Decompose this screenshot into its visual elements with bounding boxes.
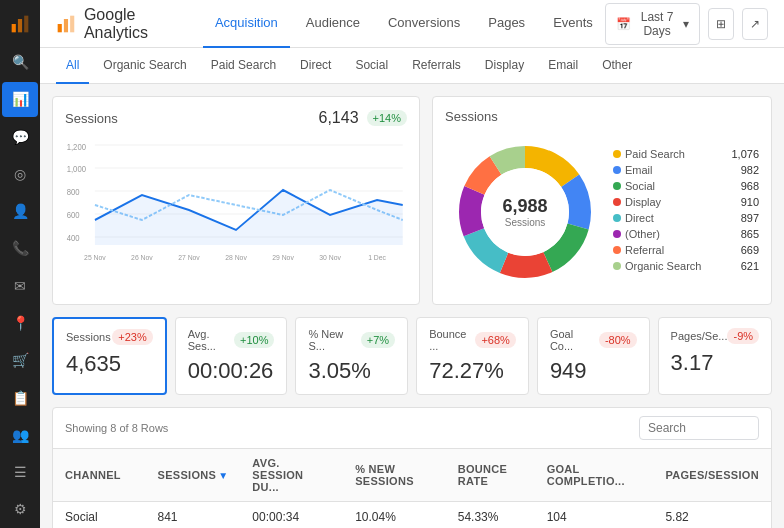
legend-item-other: (Other) 865 <box>613 228 759 240</box>
svg-rect-4 <box>64 19 68 32</box>
table-header-row: Showing 8 of 8 Rows <box>53 408 771 449</box>
metrics-row: Sessions +23% 4,635 Avg. Ses... +10% 00:… <box>52 317 772 395</box>
sort-icon: ▼ <box>218 470 228 481</box>
sub-nav-organic[interactable]: Organic Search <box>93 48 196 84</box>
nav-audience[interactable]: Audience <box>294 0 372 48</box>
svg-rect-5 <box>70 15 74 32</box>
metric-new-label: % New S... <box>308 328 360 352</box>
metric-bounce-value: 72.27% <box>429 358 516 384</box>
table-row: Social 841 00:00:34 10.04% 54.33% 104 5.… <box>53 502 771 529</box>
chevron-down-icon: ▾ <box>683 17 689 31</box>
donut-wrapper: 6,988 Sessions <box>445 132 605 292</box>
sidebar-item-geo[interactable]: 📍 <box>2 305 38 340</box>
legend-item-organic: Organic Search 621 <box>613 260 759 272</box>
col-avg-duration: AVG. SESSION DU... <box>240 449 343 502</box>
col-sessions[interactable]: SESSIONS▼ <box>146 449 241 502</box>
sub-nav-direct[interactable]: Direct <box>290 48 341 84</box>
cell-sessions-0: 841 <box>146 502 241 529</box>
sidebar-item-dashboard[interactable]: 📊 <box>2 82 38 117</box>
sidebar-item-ecommerce[interactable]: 🛒 <box>2 343 38 378</box>
sidebar-item-menu[interactable]: ☰ <box>2 454 38 489</box>
line-chart-card: Sessions 6,143 +14% 1,200 1,000 800 600 … <box>52 96 420 305</box>
legend-item-email: Email 982 <box>613 164 759 176</box>
sub-nav-paid[interactable]: Paid Search <box>201 48 286 84</box>
col-pages: PAGES/SESSION <box>653 449 771 502</box>
line-chart-values: 6,143 +14% <box>319 109 408 127</box>
donut-chart-title: Sessions <box>445 109 498 124</box>
metric-avg-value: 00:00:26 <box>188 358 275 384</box>
svg-text:1,200: 1,200 <box>67 141 87 152</box>
sidebar-item-reports[interactable]: 📋 <box>2 380 38 415</box>
svg-rect-0 <box>12 24 16 32</box>
line-chart-header: Sessions 6,143 +14% <box>65 109 407 127</box>
legend-item-paid: Paid Search 1,076 <box>613 148 759 160</box>
line-chart-change: +14% <box>367 110 407 126</box>
col-channel: CHANNEL <box>53 449 146 502</box>
col-bounce: BOUNCE RATE <box>446 449 535 502</box>
donut-chart-card: Sessions <box>432 96 772 305</box>
sidebar-item-settings[interactable]: ⚙ <box>2 492 38 527</box>
sub-nav-email[interactable]: Email <box>538 48 588 84</box>
line-chart-svg: 1,200 1,000 800 600 400 <box>65 135 407 275</box>
cell-duration-0: 00:00:34 <box>240 502 343 529</box>
svg-text:30 Nov: 30 Nov <box>319 252 341 262</box>
sub-nav-referrals[interactable]: Referrals <box>402 48 471 84</box>
date-range-label: Last 7 Days <box>635 10 679 38</box>
sidebar-item-email[interactable]: ✉ <box>2 268 38 303</box>
legend-item-referral: Referral 669 <box>613 244 759 256</box>
sub-nav-other[interactable]: Other <box>592 48 642 84</box>
chart-type-button[interactable]: ⊞ <box>708 8 734 40</box>
donut-content: 6,988 Sessions Paid Search 1,076 Email 9… <box>445 132 759 292</box>
table-header: CHANNEL SESSIONS▼ AVG. SESSION DU... % N… <box>53 449 771 502</box>
sub-nav-all[interactable]: All <box>56 48 89 84</box>
metric-goal: Goal Co... -80% 949 <box>537 317 650 395</box>
metric-avg-session: Avg. Ses... +10% 00:00:26 <box>175 317 288 395</box>
share-button[interactable]: ↗ <box>742 8 768 40</box>
sub-nav-display[interactable]: Display <box>475 48 534 84</box>
sidebar-item-search[interactable]: 🔍 <box>2 44 38 79</box>
nav-events[interactable]: Events <box>541 0 605 48</box>
line-chart-title: Sessions <box>65 111 118 126</box>
nav-acquisition[interactable]: Acquisition <box>203 0 290 48</box>
svg-text:1,000: 1,000 <box>67 163 87 174</box>
donut-center-label: Sessions <box>502 217 547 228</box>
nav-conversions[interactable]: Conversions <box>376 0 472 48</box>
metric-bounce-label: Bounce ... <box>429 328 475 352</box>
metric-new-sessions: % New S... +7% 3.05% <box>295 317 408 395</box>
metric-pages: Pages/Se... -9% 3.17 <box>658 317 772 395</box>
calendar-icon: 📅 <box>616 17 631 31</box>
nav-pages[interactable]: Pages <box>476 0 537 48</box>
cell-bounce-0: 54.33% <box>446 502 535 529</box>
legend-item-social: Social 968 <box>613 180 759 192</box>
donut-center-value: 6,988 <box>502 196 547 217</box>
sub-nav-social[interactable]: Social <box>345 48 398 84</box>
metric-bounce-change: +68% <box>475 332 515 348</box>
donut-legend: Paid Search 1,076 Email 982 Social 968 <box>605 148 759 276</box>
sidebar-item-phone[interactable]: 📞 <box>2 231 38 266</box>
header-actions: 📅 Last 7 Days ▾ ⊞ ↗ <box>605 3 768 45</box>
svg-marker-16 <box>95 190 403 245</box>
line-chart-value: 6,143 <box>319 109 359 127</box>
metric-avg-change: +10% <box>234 332 274 348</box>
sidebar-item-realtime[interactable]: ◎ <box>2 156 38 191</box>
data-table: CHANNEL SESSIONS▼ AVG. SESSION DU... % N… <box>53 449 771 528</box>
metric-sessions-value: 4,635 <box>66 351 153 377</box>
metric-sessions-change: +23% <box>112 329 152 345</box>
sidebar-item-users[interactable]: 👥 <box>2 417 38 452</box>
donut-chart-header: Sessions <box>445 109 759 124</box>
metric-pages-change: -9% <box>727 328 759 344</box>
donut-center: 6,988 Sessions <box>502 196 547 228</box>
col-new-sessions: % NEW SESSIONS <box>343 449 446 502</box>
metric-sessions-label: Sessions <box>66 331 111 343</box>
table-search-input[interactable] <box>639 416 759 440</box>
metric-goal-change: -80% <box>599 332 637 348</box>
metric-new-value: 3.05% <box>308 358 395 384</box>
sidebar-item-audience[interactable]: 👤 <box>2 193 38 228</box>
date-range-button[interactable]: 📅 Last 7 Days ▾ <box>605 3 700 45</box>
svg-text:600: 600 <box>67 209 80 220</box>
svg-text:400: 400 <box>67 232 80 243</box>
sidebar-item-messages[interactable]: 💬 <box>2 119 38 154</box>
metric-pages-label: Pages/Se... <box>671 330 728 342</box>
svg-text:29 Nov: 29 Nov <box>272 252 294 262</box>
metric-goal-label: Goal Co... <box>550 328 599 352</box>
